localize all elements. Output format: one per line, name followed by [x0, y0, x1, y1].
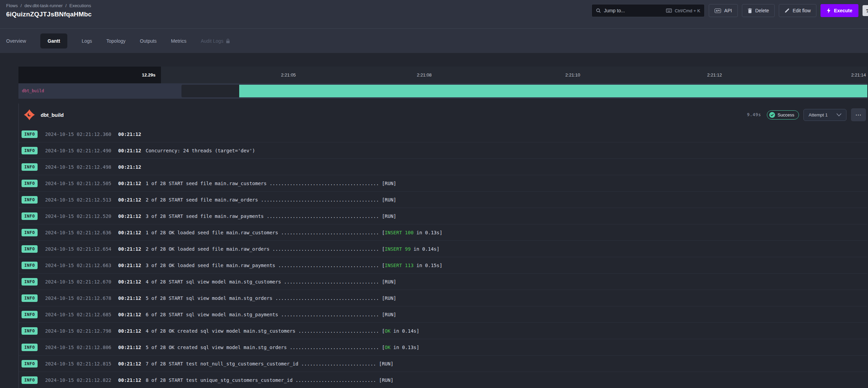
tab-audit-logs: Audit Logs — [201, 38, 230, 44]
log-row: INFO2024-10-15 02:21:12.50500:21:121 of … — [19, 175, 867, 192]
lock-icon — [226, 39, 230, 43]
search-icon — [596, 8, 601, 13]
timeline-tick: 2:21:14 — [851, 67, 866, 83]
log-level-badge: INFO — [22, 212, 38, 220]
log-row: INFO2024-10-15 02:21:12.49000:21:12Concu… — [19, 142, 867, 159]
log-level-badge: INFO — [22, 147, 38, 154]
gantt-task-label[interactable]: dbt_build — [22, 83, 44, 99]
header-actions: Jump to... Ctrl/Cmd + K API API Delete E… — [592, 4, 868, 28]
log-timestamp: 2024-10-15 02:21:12.636 — [45, 230, 111, 235]
tab-overview[interactable]: Overview — [6, 38, 26, 44]
log-time: 00:21:12 — [118, 148, 141, 153]
log-timestamp: 2024-10-15 02:21:12.498 — [45, 164, 111, 170]
log-level-badge: INFO — [22, 278, 38, 286]
api-button[interactable]: API API — [709, 4, 738, 17]
delete-button-label: Delete — [755, 8, 769, 13]
log-row: INFO2024-10-15 02:21:12.52000:21:123 of … — [19, 208, 867, 224]
delete-button[interactable]: Delete — [742, 4, 775, 17]
log-result: INSERT 113 — [385, 263, 413, 268]
breadcrumb-separator: / — [21, 3, 22, 8]
edit-flow-button[interactable]: Edit flow — [779, 4, 816, 17]
log-message: 1 of 28 OK loaded seed file main.raw_cus… — [146, 230, 382, 235]
status-label: Success — [777, 112, 794, 117]
tab-label: Overview — [6, 38, 26, 44]
breadcrumb-item-flows[interactable]: Flows — [6, 3, 18, 8]
log-timestamp: 2024-10-15 02:21:12.520 — [45, 213, 111, 219]
log-time: 00:21:12 — [118, 295, 141, 301]
gantt-bar-segment-created[interactable] — [181, 85, 239, 97]
tab-bar: OverviewGanttLogsTopologyOutputsMetricsA… — [0, 29, 868, 53]
gantt-bar-segment-running[interactable] — [239, 85, 867, 97]
jump-to-button[interactable]: Jump to... Ctrl/Cmd + K — [592, 4, 705, 17]
log-timestamp: 2024-10-15 02:21:12.806 — [45, 345, 111, 350]
execute-button[interactable]: Execute — [820, 4, 858, 17]
log-result: OK — [385, 345, 391, 350]
log-message: Concurrency: 24 threads (target='dev') — [146, 148, 255, 153]
log-result: in 0.14s] — [411, 246, 439, 252]
log-result: [ — [382, 230, 384, 235]
tab-outputs[interactable]: Outputs — [140, 38, 157, 44]
log-time: 00:21:12 — [118, 213, 141, 219]
log-level-badge: INFO — [22, 180, 38, 187]
tab-logs[interactable]: Logs — [82, 38, 92, 44]
gantt-timeline-header: 12.29s 2:21:052:21:082:21:102:21:122:21:… — [18, 67, 867, 83]
log-result: [ — [382, 328, 384, 334]
breadcrumb-item-executions[interactable]: Executions — [69, 3, 91, 8]
shortcut-label: Ctrl/Cmd + K — [675, 8, 700, 13]
log-level-badge: INFO — [22, 376, 38, 384]
log-level-badge: INFO — [22, 327, 38, 335]
log-time: 00:21:12 — [118, 328, 141, 334]
log-row: INFO2024-10-15 02:21:12.66300:21:123 of … — [19, 257, 867, 274]
task-header: dbt_build 9.49s Success Attempt 1 ⋯ — [19, 103, 867, 126]
log-message: 4 of 28 START sql view model main.stg_cu… — [146, 279, 382, 285]
log-row: INFO2024-10-15 02:21:12.51300:21:122 of … — [19, 192, 867, 208]
log-time: 00:21:12 — [118, 377, 141, 383]
log-timestamp: 2024-10-15 02:21:12.678 — [45, 295, 111, 301]
log-row: INFO2024-10-15 02:21:12.81500:21:127 of … — [19, 356, 867, 372]
log-row: INFO2024-10-15 02:21:12.63600:21:121 of … — [19, 224, 867, 241]
log-result: [RUN] — [379, 361, 393, 366]
help-button[interactable]: ? — [863, 5, 868, 16]
breadcrumb-separator: / — [65, 3, 67, 8]
log-message: 4 of 28 OK created sql view model main.s… — [146, 328, 382, 334]
log-time: 00:21:12 — [118, 131, 141, 137]
log-timestamp: 2024-10-15 02:21:12.815 — [45, 361, 111, 366]
keyboard-shortcut: Ctrl/Cmd + K — [666, 8, 700, 13]
more-menu-button[interactable]: ⋯ — [851, 108, 866, 121]
log-time: 00:21:12 — [118, 279, 141, 285]
attempt-dropdown[interactable]: Attempt 1 — [803, 109, 846, 121]
log-result: OK — [385, 328, 391, 334]
log-result: in 0.13s] — [391, 345, 419, 350]
log-timestamp: 2024-10-15 02:21:12.360 — [45, 131, 111, 137]
log-timestamp: 2024-10-15 02:21:12.685 — [45, 312, 111, 317]
gantt-view: 12.29s 2:21:052:21:082:21:102:21:122:21:… — [0, 53, 868, 388]
log-row: INFO2024-10-15 02:21:12.36000:21:12 — [19, 126, 867, 142]
check-circle-icon — [769, 112, 775, 118]
jump-to-label: Jump to... — [604, 8, 625, 13]
log-result: [ — [382, 246, 384, 252]
log-time: 00:21:12 — [118, 197, 141, 203]
log-result: [RUN] — [382, 197, 396, 203]
breadcrumb-item-dev-dbt-task-runner[interactable]: dev.dbt-task-runner — [25, 3, 63, 8]
log-result: INSERT 99 — [385, 246, 411, 252]
log-row: INFO2024-10-15 02:21:12.67800:21:125 of … — [19, 290, 867, 306]
log-time: 00:21:12 — [118, 246, 141, 252]
tab-metrics[interactable]: Metrics — [171, 38, 186, 44]
top-header: Flows/dev.dbt-task-runner/Executions 6iQ… — [0, 0, 868, 29]
timeline-tick: 2:21:08 — [417, 67, 432, 83]
log-result: [RUN] — [382, 213, 396, 219]
tab-topology[interactable]: Topology — [106, 38, 125, 44]
status-badge: Success — [767, 110, 799, 120]
log-timestamp: 2024-10-15 02:21:12.663 — [45, 263, 111, 268]
tab-label: Outputs — [140, 38, 157, 44]
pencil-icon — [785, 8, 789, 13]
tab-label: Gantt — [48, 38, 60, 44]
log-result: [RUN] — [379, 377, 393, 383]
log-level-badge: INFO — [22, 245, 38, 253]
log-level-badge: INFO — [22, 130, 38, 138]
tab-gantt[interactable]: Gantt — [40, 33, 67, 48]
log-row: INFO2024-10-15 02:21:12.68500:21:126 of … — [19, 306, 867, 323]
log-level-badge: INFO — [22, 294, 38, 302]
task-name: dbt_build — [41, 112, 64, 118]
log-timestamp: 2024-10-15 02:21:12.654 — [45, 246, 111, 252]
